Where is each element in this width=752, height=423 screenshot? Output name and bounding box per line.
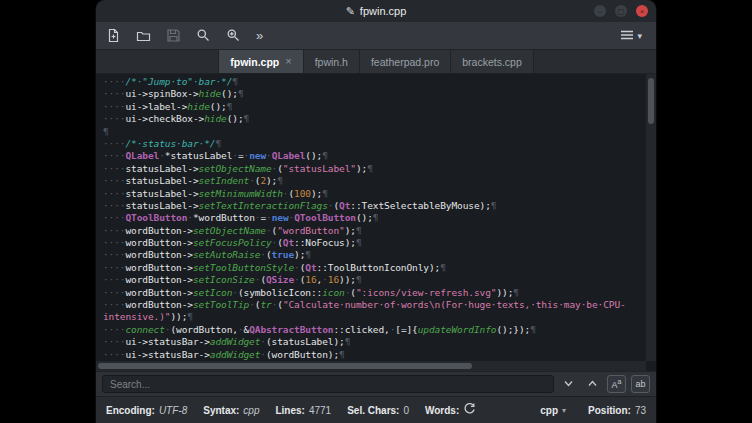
toolbar-overflow-button[interactable]: » (254, 28, 265, 43)
status-label: Encoding: (106, 405, 155, 416)
zoom-icon (226, 28, 241, 43)
horizontal-scrollbar-thumb[interactable] (98, 363, 472, 369)
search-bar: Aa ab (96, 371, 656, 396)
match-case-button[interactable]: Aa (607, 375, 626, 393)
open-folder-icon (136, 28, 151, 43)
menu-button[interactable]: ▾ (614, 28, 648, 44)
find-next-button[interactable] (559, 375, 578, 393)
code-line: ····/*·status·bar·*/¶ (103, 138, 644, 150)
code-line: ····statusLabel->setIndent·(2);¶ (103, 175, 644, 187)
maximize-button[interactable]: ▢ (615, 5, 627, 17)
tab-label: featherpad.pro (371, 56, 439, 68)
code-line: ····wordButton->setToolButtonStyle·(Qt::… (103, 262, 644, 274)
code-line: ····statusLabel->setMinimumWidth·(100);¶ (103, 188, 644, 200)
code-line: ¶ (103, 126, 644, 138)
tab-label: fpwin.h (315, 56, 348, 68)
status-value: cpp (243, 405, 259, 416)
window-title-text: fpwin.cpp (360, 5, 406, 17)
toolbar: » ▾ (96, 22, 656, 50)
code-line: ····/*·"Jump·to"·bar·*/¶ (103, 76, 644, 88)
save-icon (166, 28, 181, 43)
menu-caret-icon: ▾ (637, 31, 642, 41)
code-line: ····QLabel·*statusLabel·=·new·QLabel();¶ (103, 150, 644, 162)
match-case-icon: Aa (612, 378, 622, 390)
code-line: ····ui->spinBox->hide();¶ (103, 88, 644, 100)
status-label: Lines: (275, 405, 304, 416)
search-icon (196, 28, 211, 43)
code-line: ····ui->statusBar->addWidget·(wordButton… (103, 349, 644, 361)
code-line: ····ui->label->hide();¶ (103, 101, 644, 113)
code-line: intensive.)"));¶ (103, 311, 644, 323)
desktop-background: ✎ fpwin.cpp – ▢ × (0, 0, 752, 423)
status-sel-chars: Sel. Chars:0 (347, 405, 409, 416)
status-words: Words: (425, 405, 459, 416)
code-line: ····ui->checkBox->hide();¶ (103, 113, 644, 125)
cursor-position: Position: 73 (588, 405, 646, 416)
status-label: Syntax: (203, 405, 239, 416)
save-file-button[interactable] (164, 27, 182, 45)
refresh-word-count-button[interactable] (463, 402, 476, 418)
titlebar[interactable]: ✎ fpwin.cpp – ▢ × (96, 0, 656, 22)
window-controls: – ▢ × (594, 5, 648, 17)
status-segments: Encoding:UTF-8Syntax:cppLines:4771Sel. C… (106, 405, 459, 416)
window-title: ✎ fpwin.cpp (346, 5, 407, 18)
tab-label: fpwin.cpp (230, 56, 279, 68)
tab-fpwin-cpp[interactable]: fpwin.cpp× (218, 50, 303, 73)
code-text-area[interactable]: ····/*·"Jump·to"·bar·*/¶····ui->spinBox-… (103, 76, 644, 361)
close-button[interactable]: × (636, 5, 648, 17)
new-file-button[interactable] (104, 27, 122, 45)
featherpad-window: ✎ fpwin.cpp – ▢ × (96, 0, 656, 423)
chevron-up-icon (587, 377, 598, 392)
status-bar: Encoding:UTF-8Syntax:cppLines:4771Sel. C… (96, 396, 656, 423)
code-line: ····wordButton->setAutoRaise·(true);¶ (103, 249, 644, 261)
status-value: 0 (403, 405, 409, 416)
status-label: Words: (425, 405, 459, 416)
status-label: Sel. Chars: (347, 405, 399, 416)
hamburger-icon (620, 29, 634, 43)
chevron-down-icon (563, 377, 574, 392)
code-line: ····QToolButton·*wordButton·=·new·QToolB… (103, 212, 644, 224)
refresh-icon (463, 402, 476, 418)
tab-label: brackets.cpp (462, 56, 522, 68)
status-syntax: Syntax:cpp (203, 405, 259, 416)
search-button[interactable] (194, 27, 212, 45)
tab-featherpad-pro[interactable]: featherpad.pro (360, 50, 451, 73)
new-file-icon (106, 28, 121, 43)
status-right: cpp ▾ Position: 73 (534, 404, 646, 417)
horizontal-scrollbar[interactable] (96, 361, 646, 371)
code-line: ····wordButton->setToolTip·(tr·("Calcula… (103, 299, 644, 311)
code-line: ····connect·(wordButton,·&QAbstractButto… (103, 324, 644, 336)
find-previous-button[interactable] (583, 375, 602, 393)
vertical-scrollbar-thumb[interactable] (648, 78, 654, 124)
minimize-button[interactable]: – (594, 5, 606, 17)
zoom-button[interactable] (224, 27, 242, 45)
tab-bar: fpwin.cpp×fpwin.hfeatherpad.probrackets.… (96, 50, 656, 74)
window-title-icon: ✎ (346, 5, 355, 18)
dropdown-caret-icon: ▾ (562, 406, 566, 415)
code-line: ····statusLabel->setObjectName·("statusL… (103, 163, 644, 175)
open-file-button[interactable] (134, 27, 152, 45)
code-editor[interactable]: ····/*·"Jump·to"·bar·*/¶····ui->spinBox-… (96, 74, 656, 371)
tab-fpwin-h[interactable]: fpwin.h (304, 50, 360, 73)
status-encoding: Encoding:UTF-8 (106, 405, 187, 416)
tab-brackets-cpp[interactable]: brackets.cpp (451, 50, 534, 73)
tab-close-icon[interactable]: × (285, 56, 291, 67)
code-line: ····ui->statusBar->addWidget·(statusLabe… (103, 336, 644, 348)
code-line: ····statusLabel->setTextInteractionFlags… (103, 200, 644, 212)
status-lines: Lines:4771 (275, 405, 331, 416)
whole-word-icon: ab (635, 379, 645, 389)
vertical-scrollbar[interactable] (646, 74, 656, 361)
syntax-dropdown[interactable]: cpp ▾ (534, 404, 572, 417)
status-value: 4771 (309, 405, 331, 416)
code-line: ····wordButton->setIcon·(symbolicIcon::i… (103, 287, 644, 299)
search-input[interactable] (102, 375, 554, 393)
code-line: ····wordButton->setFocusPolicy·(Qt::NoFo… (103, 237, 644, 249)
code-line: ····wordButton->setIconSize·(QSize·(16,·… (103, 274, 644, 286)
whole-word-button[interactable]: ab (631, 375, 650, 393)
code-line: ····wordButton->setObjectName·("wordButt… (103, 225, 644, 237)
status-value: UTF-8 (159, 405, 187, 416)
